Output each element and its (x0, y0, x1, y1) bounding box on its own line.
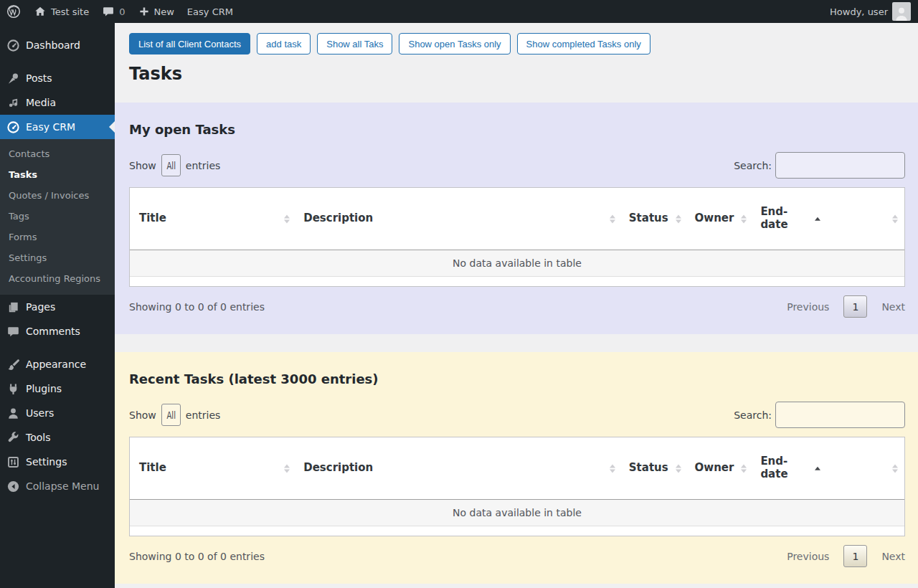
howdy-label: Howdy, user (830, 6, 888, 17)
sort-asc-icon[interactable] (815, 217, 820, 221)
wrench-icon (6, 430, 20, 445)
column-header-owner[interactable]: Owner (688, 188, 754, 250)
show-all-tasks-button[interactable]: Show all Taks (317, 33, 392, 54)
sidebar-item-label: Pages (26, 301, 55, 313)
pushpin-icon (6, 71, 20, 85)
sort-icon[interactable] (892, 214, 898, 223)
my-open-tasks-panel: My open Tasks Show All entries Search: T… (115, 103, 918, 334)
easy-crm-submenu: Contacts Tasks Quotes / Invoices Tags Fo… (0, 139, 115, 295)
list-client-contacts-button[interactable]: List of all Client Contacts (129, 33, 250, 54)
open-tasks-table: Title Description Status Owner End-date … (129, 187, 905, 287)
page-length-select[interactable]: All (161, 404, 181, 426)
easy-crm-toolbar-menu[interactable]: Easy CRM (181, 0, 240, 23)
sort-icon[interactable] (892, 464, 898, 473)
empty-table-row: No data available in table (130, 500, 904, 526)
collapse-menu-button[interactable]: Collapse Menu (0, 474, 115, 498)
sidebar-item-tools[interactable]: Tools (0, 425, 115, 450)
show-label: Show (129, 160, 156, 171)
media-icon (6, 95, 20, 110)
plug-icon (6, 381, 20, 396)
wordpress-logo-icon (6, 4, 21, 19)
column-header-title[interactable]: Title (130, 437, 296, 500)
submenu-item-contacts[interactable]: Contacts (0, 143, 115, 164)
admin-sidebar: Dashboard Posts Media Easy CRM Contacts … (0, 23, 115, 588)
previous-button[interactable]: Previous (787, 551, 829, 562)
column-header-title[interactable]: Title (130, 188, 296, 250)
sort-icon[interactable] (284, 214, 290, 223)
sort-icon[interactable] (610, 214, 615, 223)
settings-sliders-icon (6, 455, 20, 469)
column-header-actions[interactable] (827, 188, 904, 250)
wordpress-logo-menu[interactable] (0, 0, 27, 23)
column-header-end-date[interactable]: End-date (753, 437, 827, 500)
admin-bar: Test site 0 New Easy CRM Howdy, user (0, 0, 918, 23)
sidebar-item-dashboard[interactable]: Dashboard (0, 33, 115, 57)
recent-tasks-panel: Recent Tasks (latest 3000 entries) Show … (115, 352, 918, 584)
sort-asc-icon[interactable] (815, 467, 820, 470)
sidebar-item-users[interactable]: Users (0, 401, 115, 425)
sidebar-item-easy-crm[interactable]: Easy CRM (0, 115, 115, 139)
column-header-status[interactable]: Status (622, 437, 688, 500)
sort-icon[interactable] (610, 464, 615, 473)
panel-title: My open Tasks (129, 122, 905, 137)
submenu-item-forms[interactable]: Forms (0, 227, 115, 247)
sort-icon[interactable] (284, 464, 290, 473)
next-button[interactable]: Next (881, 551, 905, 562)
panel-title: Recent Tasks (latest 3000 entries) (129, 371, 905, 387)
sidebar-item-label: Settings (26, 456, 67, 468)
table-info: Showing 0 to 0 of 0 entries (129, 551, 265, 562)
sidebar-item-label: Posts (26, 72, 52, 84)
account-menu[interactable]: Howdy, user (823, 0, 918, 23)
pagination: Previous 1 Next (787, 545, 905, 567)
add-task-button[interactable]: add task (257, 33, 311, 54)
entries-label: entries (186, 409, 221, 421)
search-input[interactable] (775, 402, 905, 428)
sidebar-item-label: Plugins (26, 383, 62, 394)
user-icon (6, 406, 20, 420)
sort-icon[interactable] (676, 214, 681, 223)
empty-table-row: No data available in table (130, 250, 904, 277)
entries-label: entries (186, 160, 221, 171)
new-content-menu[interactable]: New (132, 0, 181, 23)
page-1-button[interactable]: 1 (843, 545, 867, 567)
search-input[interactable] (775, 152, 905, 179)
show-open-tasks-button[interactable]: Show open Tasks only (399, 33, 510, 54)
column-header-actions[interactable] (827, 437, 904, 500)
submenu-item-tags[interactable]: Tags (0, 206, 115, 227)
sidebar-item-posts[interactable]: Posts (0, 66, 115, 90)
submenu-item-tasks[interactable]: Tasks (0, 164, 115, 185)
sort-icon[interactable] (676, 464, 681, 473)
sidebar-item-label: Dashboard (26, 39, 80, 51)
sort-icon[interactable] (741, 214, 747, 223)
show-completed-tasks-button[interactable]: Show completed Tasks only (517, 33, 650, 54)
sort-icon[interactable] (741, 464, 747, 473)
submenu-item-settings[interactable]: Settings (0, 247, 115, 268)
submenu-item-accounting-regions[interactable]: Accounting Regions (0, 268, 115, 289)
next-button[interactable]: Next (881, 301, 905, 313)
site-name-label: Test site (51, 6, 89, 17)
column-header-owner[interactable]: Owner (688, 437, 754, 500)
column-header-end-date[interactable]: End-date (753, 188, 827, 250)
paintbrush-icon (6, 357, 20, 371)
sidebar-item-appearance[interactable]: Appearance (0, 352, 115, 376)
sidebar-item-label: Easy CRM (26, 121, 75, 133)
column-header-description[interactable]: Description (296, 188, 622, 250)
easy-crm-gauge-icon (6, 120, 20, 134)
sidebar-item-media[interactable]: Media (0, 90, 115, 115)
pagination: Previous 1 Next (787, 295, 905, 318)
previous-button[interactable]: Previous (787, 301, 829, 313)
column-header-status[interactable]: Status (622, 188, 688, 250)
page-length-select[interactable]: All (161, 154, 181, 176)
comments-menu[interactable]: 0 (95, 0, 131, 23)
table-info: Showing 0 to 0 of 0 entries (129, 301, 265, 313)
column-header-description[interactable]: Description (296, 437, 622, 500)
sidebar-item-pages[interactable]: Pages (0, 295, 115, 319)
page-1-button[interactable]: 1 (843, 295, 867, 318)
new-label: New (154, 6, 174, 17)
sidebar-item-plugins[interactable]: Plugins (0, 376, 115, 401)
sidebar-item-comments[interactable]: Comments (0, 319, 115, 343)
sidebar-item-settings[interactable]: Settings (0, 450, 115, 474)
submenu-item-quotes-invoices[interactable]: Quotes / Invoices (0, 185, 115, 206)
site-name-menu[interactable]: Test site (27, 0, 95, 23)
collapse-menu-label: Collapse Menu (26, 480, 99, 492)
